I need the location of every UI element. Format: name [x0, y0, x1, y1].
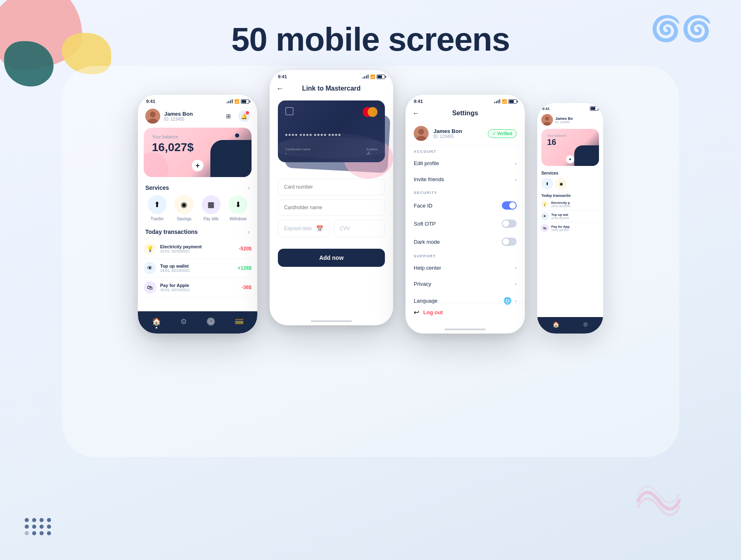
peek-trans-text-3: Pay for App 19:01,02/10/2: [551, 225, 570, 231]
peek-add-btn: •: [566, 155, 574, 163]
peek-trans-icon-3: 🛍: [541, 224, 549, 232]
nav-history[interactable]: 🕐: [206, 317, 215, 326]
expires-value: -/-: [366, 151, 377, 156]
edit-profile-arrow: ›: [515, 161, 517, 166]
nav-home[interactable]: 🏠: [152, 317, 161, 326]
cvv-input[interactable]: CVV: [333, 220, 385, 237]
logout-label: Log out: [423, 309, 443, 315]
peek-trans-date-2: 19:01,02/10/2: [551, 217, 569, 219]
cardholder-label: Cardholder name: [285, 147, 311, 151]
decorative-spiral: 🌀🌀: [650, 8, 716, 54]
wifi-icon-2: 📶: [370, 75, 375, 79]
cardholder-value: -: [285, 151, 311, 156]
peek-trans-date-1: 19:01,02/10/20: [551, 205, 571, 208]
transfer-label: Tranfer: [151, 217, 164, 221]
notification-icon[interactable]: 🔔: [238, 110, 250, 122]
soft-otp-toggle[interactable]: [502, 219, 517, 228]
transactions-arrow[interactable]: ›: [248, 229, 250, 235]
status-icons-1: 📶: [227, 99, 249, 104]
peek-balance-card: Your balance 16 •: [541, 129, 599, 166]
svg-point-8: [545, 117, 549, 121]
expand-icon[interactable]: ⊞: [223, 110, 234, 122]
profile-section: James Bon ID: 123455 ✓ Verified: [405, 121, 525, 146]
peek-transactions: 💡 Electricity p 19:01,02/10/20 👁 Top up …: [537, 198, 603, 234]
calendar-icon: 📅: [316, 225, 323, 232]
electricity-info: Electricity payment 19:01, 02/10/2021: [160, 244, 235, 253]
status-bar-3: 9:41 📶: [405, 95, 525, 105]
settings-header: ← Settings: [405, 105, 525, 121]
phone-settings: 9:41 📶 ← Settings: [405, 95, 525, 334]
balance-card: Your balance 16,027$ +: [144, 128, 252, 177]
peek-user-header: James Bo ID: 123455: [537, 112, 603, 129]
phones-container: 9:41 📶 James Bon: [138, 70, 603, 334]
card-number-input[interactable]: [278, 179, 385, 195]
home-indicator: [177, 329, 218, 330]
nav-settings[interactable]: ⚙: [180, 317, 187, 326]
peek-trans-name-3: Pay for App: [551, 225, 570, 229]
logout-section[interactable]: ↩ Log out: [405, 303, 525, 321]
edit-profile-label: Edit profile: [414, 160, 439, 166]
peek-avatar: [541, 114, 553, 126]
peek-trans-1: 💡 Electricity p 19:01,02/10/20: [541, 198, 600, 210]
avatar: [145, 109, 160, 124]
status-time-1: 9:41: [146, 99, 155, 104]
transaction-item[interactable]: 👁 Top up wallet 19:01, 02/10/2021 +126$: [144, 259, 252, 278]
invite-friends-label: Invite friends: [414, 176, 444, 182]
status-bar-2: 9:41 📶: [270, 70, 393, 81]
transactions-list: 💡 Electricity payment 19:01, 02/10/2021 …: [138, 239, 257, 297]
transaction-item[interactable]: 💡 Electricity payment 19:01, 02/10/2021 …: [144, 239, 252, 259]
profile-left: James Bon ID: 123455: [414, 126, 462, 141]
expiry-placeholder: Expried date: [284, 226, 312, 231]
soft-otp-label: Soft OTP: [414, 221, 436, 227]
back-button[interactable]: ←: [276, 84, 284, 93]
invite-friends-arrow: ›: [515, 177, 517, 182]
peek-time: 9:41: [542, 107, 550, 111]
dashboard-header: James Bon ID: 123455 ⊞ 🔔: [138, 105, 257, 128]
service-savings[interactable]: ◉ Savings: [175, 195, 193, 221]
savings-icon: ◉: [175, 195, 193, 214]
service-paybills[interactable]: ▦ Pay bills: [202, 195, 221, 221]
service-transfer[interactable]: ⬆ Tranfer: [148, 195, 167, 221]
peek-dark-blob: [574, 145, 599, 166]
status-time-2: 9:41: [278, 74, 287, 79]
apple-info: Pay for Apple 19:01, 02/10/2021: [160, 283, 238, 292]
paybills-label: Pay bills: [203, 217, 219, 221]
peek-trans-text-1: Electricity p 19:01,02/10/20: [551, 201, 571, 208]
balance-amount: 16,027$: [152, 141, 243, 154]
user-text: James Bon ID: 123455: [164, 111, 193, 121]
wave-decoration: [634, 476, 683, 527]
peek-trans-2: 👁 Top up wal 19:01,02/10/2: [541, 210, 600, 222]
add-now-button[interactable]: Add now: [278, 249, 385, 267]
expiry-input[interactable]: Expried date 📅: [278, 220, 329, 237]
edit-profile-item[interactable]: Edit profile ›: [405, 155, 525, 171]
face-id-toggle-knob: [509, 202, 516, 209]
electricity-icon: 💡: [144, 243, 156, 255]
invite-friends-item[interactable]: Invite friends ›: [405, 171, 525, 187]
balance-add-button[interactable]: +: [192, 160, 203, 171]
services-arrow[interactable]: ›: [248, 184, 250, 191]
dark-mode-item: Dark mode: [405, 233, 525, 251]
status-bar-1: 9:41 📶: [138, 95, 257, 105]
mc-orange-circle: [368, 107, 377, 117]
settings-back-button[interactable]: ←: [412, 109, 419, 118]
services-title: Services: [145, 184, 169, 191]
service-withdraw[interactable]: ⬇ Withdraw: [228, 195, 247, 221]
phone-peek: 9:41 James Bo ID: 123455: [537, 103, 603, 334]
dark-mode-toggle[interactable]: [502, 238, 517, 246]
help-center-item[interactable]: Help center ›: [405, 260, 525, 276]
nav-wallet[interactable]: 💳: [235, 317, 244, 326]
cvv-placeholder: CVV: [340, 226, 350, 231]
privacy-item[interactable]: Privacy ›: [405, 276, 525, 292]
user-info: James Bon ID: 123455: [145, 109, 193, 124]
transaction-item[interactable]: 🛍 Pay for Apple 19:01, 02/10/2021 -36$: [144, 278, 252, 297]
face-id-toggle[interactable]: [502, 201, 517, 210]
face-id-label: Face ID: [414, 203, 433, 209]
dark-mode-label: Dark mode: [414, 239, 440, 245]
topup-icon: 👁: [144, 262, 156, 274]
soft-otp-toggle-knob: [503, 220, 509, 227]
peek-user-info: James Bo ID: 123455: [555, 117, 573, 124]
peek-status-bar: 9:41: [537, 103, 603, 112]
face-id-item: Face ID: [405, 196, 525, 215]
cardholder-name-input[interactable]: [278, 199, 385, 216]
logout-icon: ↩: [414, 308, 419, 316]
